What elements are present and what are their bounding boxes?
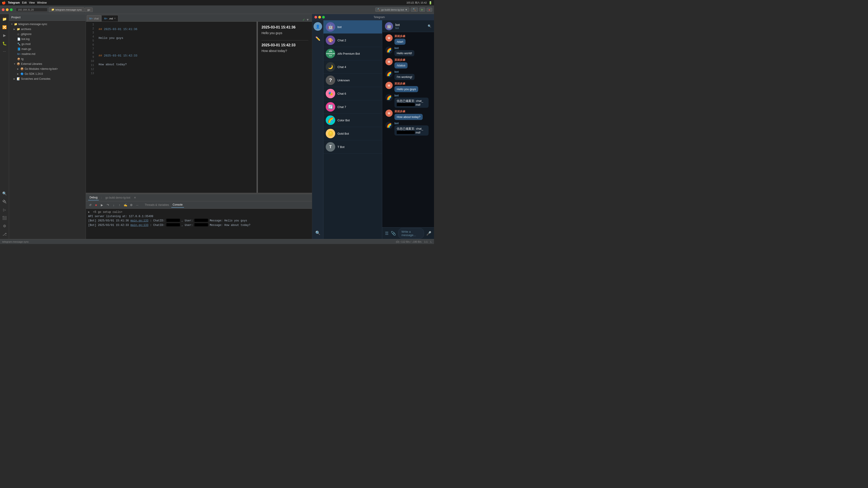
tg-conv-avatar-emoji: 🤖 (386, 24, 392, 29)
tree-item-gomod[interactable]: 🔧 go.mod (9, 41, 86, 46)
sidebar-terminal-icon[interactable]: ⬛ (1, 215, 8, 221)
sidebar-project-icon[interactable]: 📁 (1, 16, 8, 22)
tg-chat-item-gold[interactable]: 🪙 Gold Bot (323, 127, 382, 140)
tg-msg-sender-6: bot (395, 94, 429, 97)
tg-chat-item-t[interactable]: T T Bot (323, 140, 382, 154)
debug-restart-btn[interactable]: ↺ (88, 202, 93, 207)
debug-stop-btn[interactable]: ■ (94, 202, 98, 207)
editor-tab-close-icon[interactable]: ✕ (114, 17, 116, 20)
build-button[interactable]: 🔨 (411, 7, 418, 12)
tg-compose-icon[interactable]: ✏️ (313, 34, 322, 43)
sidebar-debug-icon[interactable]: 🐛 (1, 40, 8, 46)
sidebar-search-icon[interactable]: 🔍 (1, 190, 8, 197)
run-config-dropdown[interactable]: 🔨 go build demo-tg-bot ▼ (375, 7, 410, 12)
tg-conv-search-icon[interactable]: 🔍 (428, 24, 431, 28)
tree-item-readme[interactable]: M+ readme.md (9, 52, 86, 57)
tg-conv-title: bot (395, 23, 400, 27)
minimize-window-button[interactable] (6, 8, 8, 11)
debug-tab-label[interactable]: Debug (88, 195, 99, 200)
debug-run-tab-label[interactable]: go build demo-tg-bot (104, 195, 131, 200)
console-bot2-link[interactable]: main.go:133 (130, 224, 148, 227)
tg-msg-bubble-2: Hello world! (395, 50, 414, 56)
apple-logo-icon[interactable]: 🍎 (2, 1, 6, 4)
toolbar-tab-project[interactable]: 📁 telegram-message-sync (49, 7, 84, 12)
tg-chat-item-color[interactable]: 🌈 Color Bot (323, 113, 382, 127)
line-num-5: 5 (88, 39, 94, 43)
tg-msg-avatar-7: M (385, 109, 393, 117)
tree-item-gitignore[interactable]: ◎ .gitignore (9, 32, 86, 37)
close-window-button[interactable] (2, 8, 4, 11)
tg-emoji-icon[interactable]: ☰ (385, 231, 389, 236)
tg-chat-item-anime[interactable]: 🎭 Chat 6 (323, 87, 382, 100)
tg-attach-icon[interactable]: 📎 (391, 231, 396, 236)
tg-msg-6-suffix: md! (416, 103, 421, 106)
sidebar-play-icon[interactable]: ▷ (1, 206, 8, 213)
console-bot1-link[interactable]: main.go:133 (130, 219, 148, 222)
maximize-window-button[interactable] (10, 8, 13, 11)
tree-item-maingo[interactable]: 📘 main.go (9, 46, 86, 52)
tg-search-sidebar-icon[interactable]: 🔍 (313, 229, 322, 237)
tree-item-archives[interactable]: ▶ 📁 archives (9, 27, 86, 32)
debug-step-over-btn[interactable]: ↷ (105, 202, 110, 207)
tg-chat-name-dark: Chat 4 (338, 65, 380, 69)
sidebar-vcs-icon[interactable]: 🔀 (1, 24, 8, 30)
folder-extlibs-icon: 📦 (17, 62, 20, 66)
debug-run-close-icon[interactable]: ✕ (134, 196, 136, 199)
tg-chat-item-unknown[interactable]: ? Unknown (323, 74, 382, 87)
debug-resume-btn[interactable]: ▶ (99, 202, 104, 207)
sidebar-settings-icon[interactable]: ⚙ (1, 223, 8, 229)
tree-item-gomodules[interactable]: ▶ 📦 Go Modules <demo-tg-bot> (9, 66, 86, 71)
tg-chat-info-unknown: Unknown (338, 78, 380, 82)
tg-file-icon: 📦 (17, 58, 20, 61)
tg-msg-bubble-4: I'm working! (395, 74, 414, 80)
tg-message-input[interactable]: Write a message... (398, 228, 424, 239)
debug-step-out-btn[interactable]: ↑ (117, 202, 122, 207)
sidebar-plugins-icon[interactable]: 🔌 (1, 198, 8, 205)
debug-settings-btn[interactable]: ⚙ (129, 202, 134, 207)
tree-item-scratches[interactable]: ▶ 📝 Scratches and Consoles (9, 76, 86, 81)
editor-tab-chat[interactable]: M+ chat (87, 15, 101, 22)
address-bar[interactable]: 192.168.31.20 (16, 8, 48, 12)
code-content[interactable]: ## 2025-03-01 15:41:36 Hello you guys ##… (96, 22, 256, 193)
tg-minimize-button[interactable] (318, 16, 321, 19)
line-num-12: 12 (88, 67, 94, 71)
tg-chat-name-anime: Chat 6 (338, 92, 380, 95)
tree-item-gosdk[interactable]: ▶ 🔷 Go SDK 1.24.0 (9, 71, 86, 76)
tg-avatar-t: T (326, 142, 335, 152)
sidebar-git-icon[interactable]: ⎇ (1, 231, 8, 237)
debug-more-btn[interactable]: ··· (135, 202, 140, 207)
debug-tab-console[interactable]: Console (171, 202, 184, 207)
menu-window[interactable]: Window (37, 1, 47, 4)
run-button[interactable]: ▶ (419, 7, 425, 12)
menu-edit[interactable]: Edit (22, 1, 27, 4)
debug-step-into-btn[interactable]: ↓ (111, 202, 116, 207)
sidebar-run-icon[interactable]: ▶ (1, 32, 8, 38)
tg-my-avatar[interactable]: 👤 (313, 22, 322, 31)
debug-evaluate-btn[interactable]: ✍ (123, 202, 128, 207)
tg-chat-item-premium[interactable]: zl/b PREMIUM bot zl/b Premium Bot (323, 47, 382, 60)
tree-item-botlog[interactable]: 📄 bot.log (9, 37, 86, 41)
tg-maximize-button[interactable] (322, 16, 325, 19)
tg-avatar-reply-emoji: 🔄 (328, 104, 333, 109)
tg-chat-item-dark[interactable]: 🌙 Chat 4 (323, 60, 382, 74)
sidebar-more-icon[interactable]: ··· (1, 48, 8, 55)
menu-view[interactable]: View (29, 1, 35, 4)
tg-chat-item-bot[interactable]: 🤖 bot (323, 20, 382, 34)
editor-tab-md[interactable]: M+ .md ✕ (101, 15, 118, 22)
toolbar: 192.168.31.20 📁 telegram-message-sync go… (0, 5, 434, 14)
tg-chat-item-reply[interactable]: 🔄 Chat 7 (323, 100, 382, 113)
tg-msg-8: 🌈 bot 信息已備案至: chat_ md! (385, 122, 431, 135)
stop-button[interactable]: ■ (427, 8, 432, 12)
console-line-bot2: [Bot] 2025/03/01 15:42:33 main.go:133 : … (88, 223, 310, 228)
tg-chat-item-2[interactable]: 🎨 Chat 2 (323, 34, 382, 47)
debug-tab-threads[interactable]: Threads & Variables (143, 202, 170, 207)
tree-item-tg[interactable]: 📦 tg (9, 57, 86, 61)
tree-scratches-label: Scratches and Consoles (21, 77, 51, 80)
tree-root[interactable]: ▼ 📁 telegram-message-sync (9, 22, 86, 27)
tg-voice-icon[interactable]: 🎤 (426, 231, 431, 236)
panel-expand-icon[interactable]: ▼ (306, 18, 309, 22)
toolbar-tab-go[interactable]: go (85, 7, 92, 12)
tg-close-button[interactable] (314, 16, 317, 19)
tg-avatar-unknown-emoji: ? (329, 77, 332, 83)
tree-item-extlibs[interactable]: ▼ 📦 External Libraries (9, 61, 86, 66)
